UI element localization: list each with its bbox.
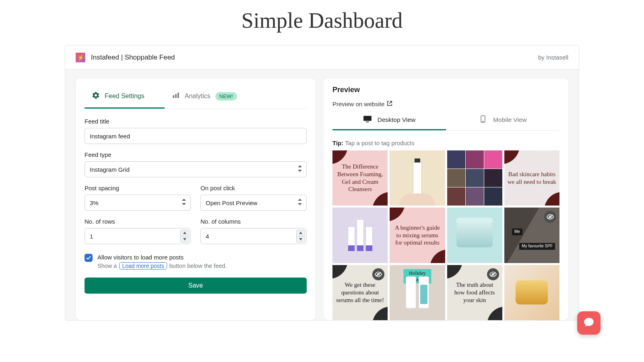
tab-analytics[interactable]: Analytics NEW!	[165, 86, 257, 109]
tab-analytics-label: Analytics	[185, 93, 211, 100]
rows-step-down[interactable]	[180, 237, 189, 243]
new-badge: NEW!	[215, 92, 237, 101]
svg-rect-2	[178, 93, 179, 98]
preview-grid: The Difference Between Foaming, Gel and …	[332, 150, 559, 320]
cols-step-up[interactable]	[296, 230, 305, 237]
mobile-icon	[479, 115, 487, 124]
preview-tip: Tip: Tap a post to tag products	[332, 140, 559, 146]
preview-tile[interactable]	[332, 208, 388, 263]
svg-rect-4	[366, 121, 369, 122]
preview-tile[interactable]: Bad skincare habits we all need to break	[504, 150, 559, 206]
load-more-help: Show a Load more posts button below the …	[97, 262, 227, 269]
svg-rect-1	[175, 94, 176, 98]
feed-title-input[interactable]	[85, 128, 307, 144]
tab-desktop-view[interactable]: Desktop View	[332, 113, 446, 130]
external-link-icon	[387, 101, 392, 107]
preview-tile[interactable]: The Difference Between Foaming, Gel and …	[332, 150, 388, 206]
preview-tile[interactable]	[390, 150, 445, 206]
load-more-inline-button: Load more posts	[119, 262, 167, 269]
preview-tile[interactable]	[504, 265, 559, 320]
app-name: Instafeed | Shoppable Feed	[91, 53, 175, 62]
page-title: Simple Dashboard	[0, 0, 644, 45]
preview-tile[interactable]	[447, 208, 502, 263]
chat-fab[interactable]	[577, 311, 601, 321]
save-button[interactable]: Save	[85, 278, 307, 294]
hidden-icon	[372, 268, 384, 280]
app-logo-icon: ⚡	[76, 53, 85, 62]
preview-tile[interactable]: Holiday Giveaway!	[390, 265, 445, 320]
preview-tile[interactable]: MeMy favourite SPF	[504, 208, 559, 263]
load-more-label: Allow visitors to load more posts	[97, 254, 227, 261]
desktop-icon	[363, 115, 372, 124]
chat-icon	[584, 317, 594, 321]
svg-point-6	[483, 121, 484, 122]
label-rows: No. of rows	[85, 218, 191, 225]
rows-input[interactable]	[85, 228, 191, 244]
label-post-spacing: Post spacing	[85, 185, 191, 191]
preview-tile[interactable]: The truth about how food affects your sk…	[447, 265, 502, 320]
cols-step-down[interactable]	[296, 237, 305, 243]
tab-mobile-view[interactable]: Mobile View	[446, 113, 559, 130]
on-post-click-select[interactable]	[200, 195, 307, 211]
gear-icon	[92, 91, 100, 101]
load-more-checkbox[interactable]	[85, 254, 93, 262]
settings-tabs: Feed Settings Analytics NEW!	[85, 86, 307, 109]
preview-card: Preview Preview on website Desktop View	[324, 78, 568, 320]
label-feed-title: Feed title	[85, 118, 307, 125]
svg-rect-3	[363, 116, 372, 121]
preview-title: Preview	[332, 86, 559, 94]
hidden-icon	[487, 268, 499, 280]
rows-step-up[interactable]	[180, 230, 189, 237]
preview-tile[interactable]	[447, 150, 502, 206]
label-feed-type: Feed type	[85, 151, 307, 158]
preview-view-tabs: Desktop View Mobile View	[332, 113, 559, 131]
preview-tile[interactable]: A beginner's guide to mixing serums for …	[390, 208, 445, 263]
feed-type-select[interactable]	[85, 161, 307, 177]
app-author: by Instasell	[538, 54, 568, 61]
tab-feed-settings[interactable]: Feed Settings	[85, 86, 165, 109]
label-on-post-click: On post click	[200, 185, 307, 191]
settings-card: Feed Settings Analytics NEW! Feed title …	[76, 78, 316, 320]
tab-feed-settings-label: Feed Settings	[105, 93, 144, 100]
preview-tile[interactable]: We get these questions about serums all …	[332, 265, 388, 320]
preview-on-website-link[interactable]: Preview on website	[332, 101, 559, 107]
post-spacing-select[interactable]	[85, 195, 191, 211]
app-frame: ⚡ Instafeed | Shoppable Feed by Instasel…	[65, 45, 579, 321]
bar-chart-icon	[172, 91, 180, 101]
topbar: ⚡ Instafeed | Shoppable Feed by Instasel…	[65, 45, 579, 70]
svg-rect-0	[173, 95, 174, 98]
label-cols: No. of columns	[200, 218, 307, 225]
cols-input[interactable]	[200, 228, 307, 244]
